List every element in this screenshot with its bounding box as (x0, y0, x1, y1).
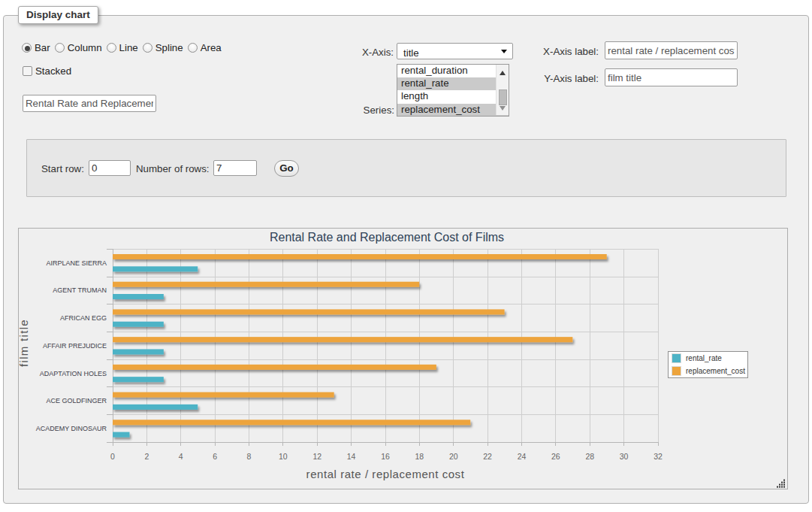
svg-text:rental rate / replacement cost: rental rate / replacement cost (306, 468, 465, 480)
svg-text:22: 22 (483, 452, 492, 461)
svg-text:14: 14 (347, 452, 356, 461)
svg-text:26: 26 (551, 452, 560, 461)
svg-text:rental_rate: rental_rate (686, 354, 722, 362)
svg-text:film title: film title (19, 319, 30, 367)
svg-text:AIRPLANE SIERRA: AIRPLANE SIERRA (46, 259, 107, 267)
svg-text:2: 2 (144, 452, 149, 461)
svg-text:20: 20 (449, 452, 458, 461)
svg-text:AFFAIR PREJUDICE: AFFAIR PREJUDICE (43, 342, 107, 350)
svg-text:Rental Rate and Replacement Co: Rental Rate and Replacement Cost of Film… (270, 231, 504, 244)
svg-text:32: 32 (654, 452, 663, 461)
svg-text:AGENT TRUMAN: AGENT TRUMAN (53, 286, 107, 294)
svg-text:30: 30 (620, 452, 629, 461)
svg-text:24: 24 (518, 452, 527, 461)
svg-text:AFRICAN EGG: AFRICAN EGG (60, 314, 107, 322)
svg-text:8: 8 (247, 452, 252, 461)
svg-text:ACADEMY DINOSAUR: ACADEMY DINOSAUR (36, 425, 107, 432)
svg-text:ACE GOLDFINGER: ACE GOLDFINGER (46, 397, 107, 404)
svg-text:28: 28 (585, 452, 594, 461)
svg-text:replacement_cost: replacement_cost (686, 367, 745, 375)
svg-text:10: 10 (279, 452, 288, 461)
svg-text:6: 6 (213, 452, 217, 461)
svg-text:12: 12 (312, 452, 321, 461)
svg-text:0: 0 (110, 452, 115, 461)
svg-text:ADAPTATION HOLES: ADAPTATION HOLES (40, 370, 107, 377)
svg-text:4: 4 (179, 452, 183, 461)
svg-text:16: 16 (381, 452, 390, 461)
svg-text:18: 18 (415, 452, 424, 461)
